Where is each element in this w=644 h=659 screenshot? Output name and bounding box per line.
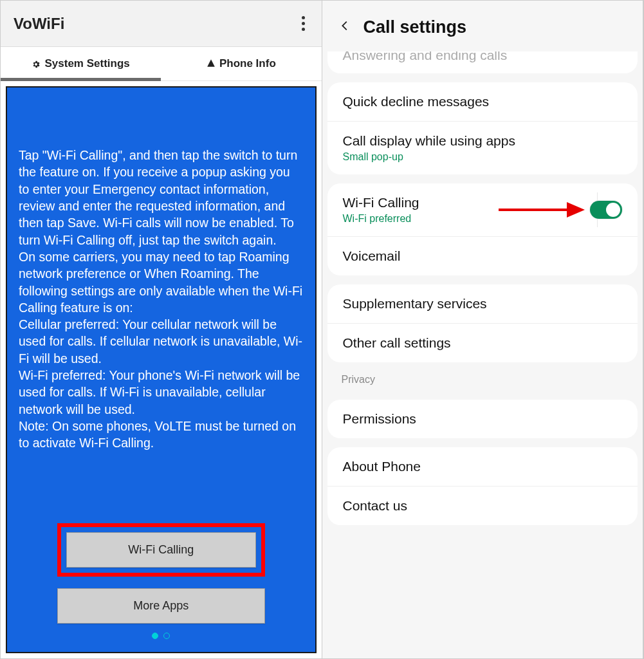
- instruction-text: Tap "Wi-Fi Calling", and then tap the sw…: [19, 147, 304, 452]
- app-title: VoWiFi: [14, 15, 64, 33]
- tab-system-settings[interactable]: System Settings: [1, 47, 161, 80]
- settings-card: Quick decline messages Call display whil…: [327, 82, 638, 174]
- row-label: Voicemail: [343, 248, 401, 264]
- more-options-icon[interactable]: [298, 12, 309, 35]
- paragraph: Wi-Fi preferred: Your phone's Wi-Fi netw…: [19, 367, 304, 418]
- content-frame: Tap "Wi-Fi Calling", and then tap the sw…: [6, 86, 317, 653]
- settings-card: Supplementary services Other call settin…: [327, 284, 638, 362]
- row-about-phone[interactable]: About Phone: [327, 447, 638, 487]
- gear-icon: [32, 59, 41, 68]
- pager-dot: [152, 633, 158, 639]
- row-label: About Phone: [343, 459, 421, 474]
- paragraph: Note: On some phones, VoLTE must be turn…: [19, 418, 304, 452]
- row-label: Wi-Fi Calling: [343, 195, 419, 210]
- page-indicator: [19, 624, 304, 639]
- tab-label: Phone Info: [219, 57, 276, 70]
- tab-phone-info[interactable]: Phone Info: [161, 47, 321, 80]
- tab-label: System Settings: [44, 57, 129, 70]
- row-supplementary[interactable]: Supplementary services: [327, 284, 638, 324]
- row-label: Call display while using apps: [343, 133, 515, 149]
- settings-card: Permissions: [327, 400, 638, 438]
- row-wifi-calling[interactable]: Wi-Fi Calling Wi-Fi preferred: [327, 183, 638, 237]
- row-sublabel: Wi-Fi preferred: [343, 213, 419, 225]
- row-label: Contact us: [343, 498, 407, 514]
- call-settings-panel: Call settings Answering and ending calls…: [322, 1, 644, 658]
- paragraph: Cellular preferred: Your cellular networ…: [19, 316, 304, 367]
- row-label: Other call settings: [343, 335, 451, 351]
- more-apps-button[interactable]: More Apps: [57, 588, 265, 624]
- tab-bar: System Settings Phone Info: [1, 47, 322, 81]
- vowifi-app-panel: VoWiFi System Settings Phone Info Tap "W…: [1, 1, 322, 658]
- back-icon[interactable]: [338, 17, 352, 37]
- wifi-calling-toggle[interactable]: [590, 201, 622, 219]
- row-quick-decline[interactable]: Quick decline messages: [327, 82, 638, 122]
- app-header: VoWiFi: [1, 1, 322, 47]
- row-label: Answering and ending calls: [343, 51, 508, 60]
- svg-marker-1: [567, 202, 585, 218]
- page-title: Call settings: [363, 17, 467, 37]
- row-label: Permissions: [343, 411, 416, 427]
- wifi-calling-button[interactable]: Wi-Fi Calling: [66, 532, 256, 568]
- section-label-privacy: Privacy: [322, 362, 643, 391]
- pager-dot: [163, 633, 170, 639]
- paragraph: On some carriers, you may need to tap Ro…: [19, 248, 304, 316]
- instruction-panel: Tap "Wi-Fi Calling", and then tap the sw…: [7, 88, 315, 652]
- row-label: Quick decline messages: [343, 94, 490, 109]
- row-call-display[interactable]: Call display while using apps Small pop-…: [327, 122, 638, 174]
- row-voicemail[interactable]: Voicemail: [327, 237, 638, 275]
- partial-row-answering[interactable]: Answering and ending calls: [327, 51, 638, 73]
- settings-card: Wi-Fi Calling Wi-Fi preferred Voicemail: [327, 183, 638, 275]
- row-sublabel: Small pop-up: [343, 151, 515, 163]
- settings-card: About Phone Contact us: [327, 447, 638, 525]
- button-stack: Wi-Fi Calling More Apps: [19, 523, 304, 624]
- row-permissions[interactable]: Permissions: [327, 400, 638, 438]
- row-label: Supplementary services: [343, 296, 487, 311]
- arrow-annotation-icon: [496, 200, 586, 220]
- settings-header: Call settings: [322, 1, 643, 51]
- highlight-annotation: Wi-Fi Calling: [57, 523, 265, 577]
- signal-icon: [207, 59, 216, 70]
- row-other-settings[interactable]: Other call settings: [327, 324, 638, 362]
- row-contact-us[interactable]: Contact us: [327, 487, 638, 525]
- paragraph: Tap "Wi-Fi Calling", and then tap the sw…: [19, 147, 304, 248]
